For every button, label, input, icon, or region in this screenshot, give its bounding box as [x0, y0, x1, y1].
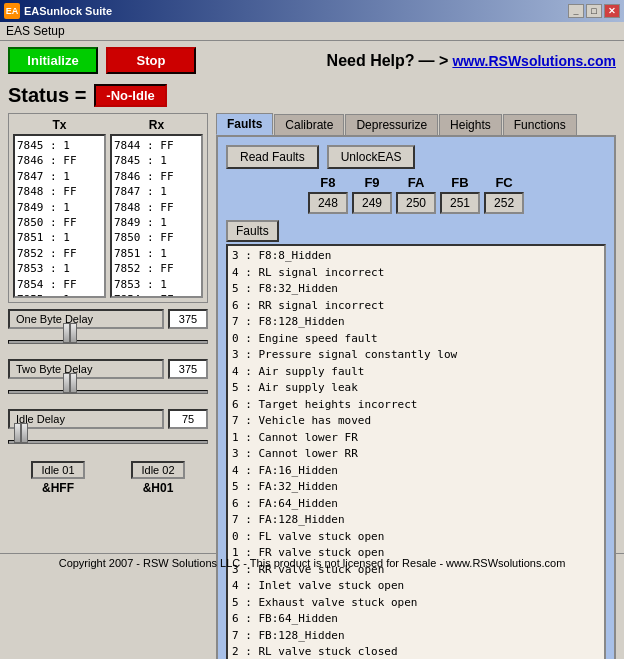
fault-item: 6 : Target heights incorrect [232, 397, 600, 414]
f9-column: F9 249 [352, 175, 392, 214]
idle-delay-group: Idle Delay 75 [8, 409, 208, 453]
fault-item: 4 : Air supply fault [232, 364, 600, 381]
idle02-group: Idle 02 &H01 [131, 461, 184, 495]
app-title: EASunlock Suite [24, 5, 568, 17]
two-byte-slider-thumb[interactable] [63, 373, 77, 393]
idle02-label: Idle 02 [131, 461, 184, 479]
one-byte-delay-group: One Byte Delay 375 [8, 309, 208, 353]
idle01-group: Idle 01 &HFF [31, 461, 84, 495]
menu-item-eas-setup[interactable]: EAS Setup [6, 24, 65, 38]
top-controls: Initialize Stop Need Help? — > www.RSWso… [0, 41, 624, 80]
fault-item: 6 : FA:64_Hidden [232, 496, 600, 513]
fault-item: 7 : FA:128_Hidden [232, 512, 600, 529]
tab-functions[interactable]: Functions [503, 114, 577, 135]
idle-delay-slider-thumb[interactable] [14, 423, 28, 443]
status-label: Status = [8, 84, 86, 107]
f8-value: 248 [308, 192, 348, 214]
f8-header: F8 [320, 175, 335, 190]
rx-box: Rx 7844 : FF7845 : 17846 : FF7847 : 1784… [110, 118, 203, 298]
faults-header: Faults [226, 220, 279, 242]
tx-content[interactable]: 7845 : 17846 : FF7847 : 17848 : FF7849 :… [13, 134, 106, 298]
fb-column: FB 251 [440, 175, 480, 214]
footer-text: Copyright 2007 - RSW Solutions LLC - Thi… [59, 557, 566, 569]
fa-value: 250 [396, 192, 436, 214]
idle-delay-label: Idle Delay [8, 409, 164, 429]
fb-value: 251 [440, 192, 480, 214]
fault-item: 2 : RL valve stuck closed [232, 644, 600, 659]
fault-item: 3 : Cannot lower RR [232, 446, 600, 463]
fault-item: 4 : RL signal incorrect [232, 265, 600, 282]
maximize-button[interactable]: □ [586, 4, 602, 18]
fault-item: 4 : Inlet valve stuck open [232, 578, 600, 595]
fault-item: 7 : Vehicle has moved [232, 413, 600, 430]
fault-item: 3 : F8:8_Hidden [232, 248, 600, 265]
tabs-bar: Faults Calibrate Depressurize Heights Fu… [216, 113, 616, 135]
stop-button[interactable]: Stop [106, 47, 196, 74]
two-byte-delay-header: Two Byte Delay 375 [8, 359, 208, 379]
menu-bar: EAS Setup [0, 22, 624, 41]
title-bar: EA EASunlock Suite _ □ ✕ [0, 0, 624, 22]
one-byte-delay-label: One Byte Delay [8, 309, 164, 329]
fault-item: 5 : FA:32_Hidden [232, 479, 600, 496]
fault-item: 6 : RR signal incorrect [232, 298, 600, 315]
app-icon: EA [4, 3, 20, 19]
minimize-button[interactable]: _ [568, 4, 584, 18]
tx-rx-area: Tx 7845 : 17846 : FF7847 : 17848 : FF784… [8, 113, 208, 303]
fault-item: 4 : FA:16_Hidden [232, 463, 600, 480]
two-byte-slider-track[interactable] [8, 381, 208, 403]
tab-depressurize[interactable]: Depressurize [345, 114, 438, 135]
tab-faults[interactable]: Faults [216, 113, 273, 135]
fault-item: 5 : F8:32_Hidden [232, 281, 600, 298]
action-buttons-row: Read Faults UnlockEAS [226, 145, 606, 169]
status-badge: -No-Idle [94, 84, 166, 107]
idle-labels: Idle 01 &HFF Idle 02 &H01 [8, 459, 208, 497]
idle-delay-value[interactable]: 75 [168, 409, 208, 429]
two-byte-delay-label: Two Byte Delay [8, 359, 164, 379]
faults-box: Faults 3 : F8:8_Hidden4 : RL signal inco… [226, 220, 606, 659]
fault-item: 5 : Air supply leak [232, 380, 600, 397]
two-byte-delay-value[interactable]: 375 [168, 359, 208, 379]
main-content: Tx 7845 : 17846 : FF7847 : 17848 : FF784… [0, 113, 624, 553]
tab-content: Read Faults UnlockEAS F8 248 F9 249 FA 2… [216, 135, 616, 659]
idle01-value: &HFF [42, 481, 74, 495]
idle02-value: &H01 [143, 481, 174, 495]
action-buttons: Initialize Stop [8, 47, 196, 74]
fault-item: 6 : FB:64_Hidden [232, 611, 600, 628]
rx-content[interactable]: 7844 : FF7845 : 17846 : FF7847 : 17848 :… [110, 134, 203, 298]
left-panel: Tx 7845 : 17846 : FF7847 : 17848 : FF784… [8, 113, 208, 549]
fa-column: FA 250 [396, 175, 436, 214]
fault-item: 7 : F8:128_Hidden [232, 314, 600, 331]
status-area: Status = -No-Idle [0, 80, 624, 113]
idle01-label: Idle 01 [31, 461, 84, 479]
close-button[interactable]: ✕ [604, 4, 620, 18]
unlock-eas-button[interactable]: UnlockEAS [327, 145, 416, 169]
tab-calibrate[interactable]: Calibrate [274, 114, 344, 135]
tx-label: Tx [13, 118, 106, 132]
right-panel: Faults Calibrate Depressurize Heights Fu… [216, 113, 616, 549]
one-byte-delay-value[interactable]: 375 [168, 309, 208, 329]
window-controls: _ □ ✕ [568, 4, 620, 18]
fc-column: FC 252 [484, 175, 524, 214]
fault-item: 0 : Engine speed fault [232, 331, 600, 348]
fault-item: 0 : FL valve stuck open [232, 529, 600, 546]
two-byte-delay-group: Two Byte Delay 375 [8, 359, 208, 403]
one-byte-delay-header: One Byte Delay 375 [8, 309, 208, 329]
one-byte-slider-track[interactable] [8, 331, 208, 353]
fault-item: 3 : Pressure signal constantly low [232, 347, 600, 364]
faults-list[interactable]: 3 : F8:8_Hidden4 : RL signal incorrect5 … [226, 244, 606, 659]
help-arrow: — > [419, 52, 449, 70]
f-values-area: F8 248 F9 249 FA 250 FB 251 FC 252 [226, 175, 606, 214]
fa-header: FA [408, 175, 425, 190]
initialize-button[interactable]: Initialize [8, 47, 98, 74]
read-faults-button[interactable]: Read Faults [226, 145, 319, 169]
rx-label: Rx [110, 118, 203, 132]
tx-box: Tx 7845 : 17846 : FF7847 : 17848 : FF784… [13, 118, 106, 298]
help-area: Need Help? — > www.RSWsolutions.com [327, 52, 616, 70]
tab-heights[interactable]: Heights [439, 114, 502, 135]
one-byte-slider-thumb[interactable] [63, 323, 77, 343]
idle-delay-slider-track[interactable] [8, 431, 208, 453]
idle-delay-header: Idle Delay 75 [8, 409, 208, 429]
help-link[interactable]: www.RSWsolutions.com [452, 53, 616, 69]
fc-header: FC [495, 175, 512, 190]
fault-item: 1 : Cannot lower FR [232, 430, 600, 447]
